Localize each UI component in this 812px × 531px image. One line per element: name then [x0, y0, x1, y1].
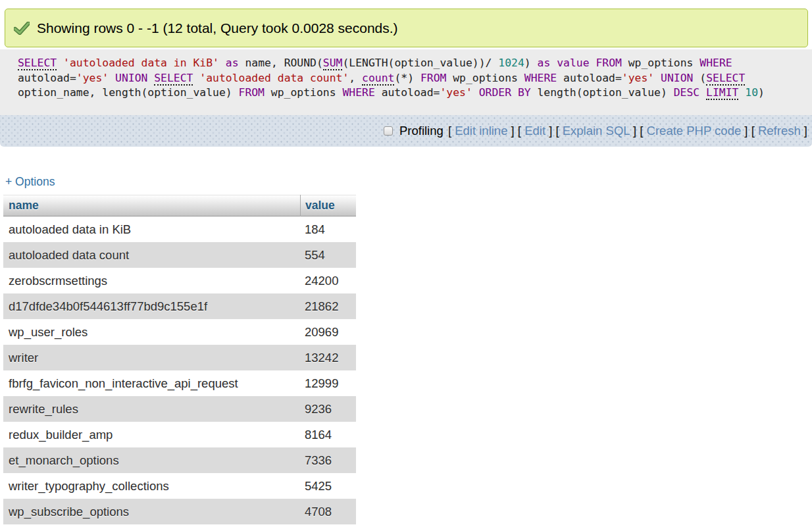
sql-token: FROM — [239, 86, 265, 99]
bracket: [ — [636, 124, 646, 138]
sql-line: autoload='yes' UNION SELECT 'autoloaded … — [18, 71, 805, 86]
cell-name: wp_user_roles — [3, 325, 300, 340]
profiling-checkbox[interactable] — [384, 126, 393, 136]
sql-token: value — [557, 57, 589, 69]
sql-token — [550, 57, 557, 69]
cell-name: fbrfg_favicon_non_interactive_api_reques… — [3, 376, 300, 391]
sql-token: autoload= — [557, 72, 622, 84]
profiling-label[interactable]: Profiling — [399, 124, 444, 138]
cell-value: 8164 — [300, 428, 356, 442]
sql-token: 10 — [745, 86, 758, 99]
success-check-icon — [14, 22, 30, 35]
sql-token: ORDER BY — [479, 86, 531, 99]
sql-token: ) — [524, 57, 538, 69]
cell-name: d17dfde34b0f544613ff77bd9c155e1f — [3, 299, 300, 314]
cell-value: 12999 — [300, 376, 356, 391]
sql-token: autoload= — [375, 86, 440, 99]
options-toggle[interactable]: + Options — [5, 175, 55, 189]
sql-token: 'autoloaded data in KiB' — [63, 57, 219, 69]
table-row: wp_user_roles20969 — [3, 319, 356, 345]
sql-token — [738, 86, 745, 99]
sql-line: SELECT 'autoloaded data in KiB' as name,… — [18, 56, 805, 71]
sql-token: (*) — [394, 72, 420, 84]
sql-token: wp_options — [265, 86, 342, 99]
sql-token: FROM — [420, 72, 446, 84]
table-row: rewrite_rules9236 — [3, 396, 356, 422]
results-table-body: autoloaded data in KiB184autoloaded data… — [3, 216, 356, 524]
sql-keyword-doc-link[interactable]: SELECT — [18, 57, 57, 70]
table-row: wp_subscribe_options4708 — [3, 499, 356, 524]
bracket: ] — [630, 124, 636, 138]
cell-value: 9236 — [300, 402, 356, 417]
action-link-refresh[interactable]: Refresh — [758, 124, 801, 138]
action-link-create-php-code[interactable]: Create PHP code — [647, 124, 742, 138]
bracket: [ — [445, 124, 455, 138]
sql-keyword-doc-link[interactable]: SELECT — [154, 72, 193, 86]
sql-token — [699, 86, 706, 99]
bracket: [ — [515, 124, 524, 138]
action-link-edit-inline[interactable]: Edit inline — [455, 124, 507, 138]
cell-name: writer — [3, 351, 300, 365]
cell-name: et_monarch_options — [3, 453, 300, 468]
bracket: ] — [801, 124, 807, 138]
cell-value: 21862 — [300, 299, 356, 314]
cell-value: 7336 — [300, 453, 356, 468]
query-action-links: [ Edit inline ] [ Edit ] [ Explain SQL ]… — [445, 124, 807, 138]
sql-token — [57, 57, 63, 69]
column-header-value[interactable]: value — [300, 195, 356, 216]
sql-token — [472, 86, 479, 99]
sql-token: autoload= — [18, 72, 76, 84]
cell-name: writer_typography_collections — [3, 479, 300, 493]
sql-token — [654, 72, 661, 84]
table-row: et_monarch_options7336 — [3, 447, 356, 473]
sql-token: as — [226, 57, 239, 69]
sql-token: wp_options — [622, 57, 699, 69]
sql-token: (LENGTH(option_value))/ — [342, 57, 498, 69]
sql-token: WHERE — [342, 86, 374, 99]
cell-name: wp_subscribe_options — [3, 505, 300, 519]
action-link-explain-sql[interactable]: Explain SQL — [563, 124, 630, 138]
sql-token: 'autoloaded data count' — [199, 72, 349, 84]
sql-keyword-doc-link[interactable]: SELECT — [706, 72, 745, 86]
sql-token: FROM — [596, 57, 621, 69]
sql-token: WHERE — [699, 57, 732, 69]
table-row: writer13242 — [3, 345, 356, 370]
sql-token: as — [538, 57, 551, 69]
cell-value: 4708 — [300, 505, 356, 519]
sql-token: 1024 — [498, 57, 524, 69]
sql-token — [109, 72, 115, 84]
sql-token: length(option_value) — [531, 86, 674, 99]
success-message-bar: Showing rows 0 - -1 (12 total, Query too… — [5, 9, 808, 47]
sql-query-text: SELECT 'autoloaded data in KiB' as name,… — [18, 56, 805, 101]
sql-token: option_name, length(option_value) — [18, 86, 239, 99]
sql-token: , — [349, 72, 362, 84]
sql-keyword-doc-link[interactable]: LIMIT — [706, 86, 738, 100]
sql-token: DESC — [674, 86, 699, 99]
sql-keyword-doc-link[interactable]: count — [362, 72, 394, 86]
results-table-header: name value — [3, 195, 356, 216]
cell-value: 554 — [300, 248, 356, 263]
table-row: redux_builder_amp8164 — [3, 422, 356, 447]
cell-value: 5425 — [300, 479, 356, 493]
cell-name: autoloaded data in KiB — [3, 222, 300, 237]
sql-keyword-doc-link[interactable]: SUM — [323, 57, 343, 70]
sql-token: 'yes' — [76, 72, 109, 84]
cell-name: redux_builder_amp — [3, 428, 300, 442]
action-link-edit[interactable]: Edit — [524, 124, 546, 138]
table-row: autoloaded data count554 — [3, 242, 356, 268]
sql-token: 'yes' — [440, 86, 472, 99]
column-header-name[interactable]: name — [3, 199, 300, 213]
cell-name: zerobscrmsettings — [3, 274, 300, 288]
cell-value: 13242 — [300, 351, 356, 365]
sql-token — [147, 72, 154, 84]
success-message: Showing rows 0 - -1 (12 total, Query too… — [37, 20, 398, 36]
sql-token: ( — [693, 72, 706, 84]
sql-token — [219, 57, 226, 69]
table-row: d17dfde34b0f544613ff77bd9c155e1f21862 — [3, 293, 356, 319]
sql-token — [590, 57, 596, 69]
query-tools-row: Profiling [ Edit inline ] [ Edit ] [ Exp… — [0, 115, 812, 147]
sql-token — [193, 72, 199, 84]
sql-query-block[interactable]: SELECT 'autoloaded data in KiB' as name,… — [0, 49, 812, 115]
sql-token: name, ROUND( — [239, 57, 323, 69]
sql-token: UNION — [661, 72, 693, 84]
